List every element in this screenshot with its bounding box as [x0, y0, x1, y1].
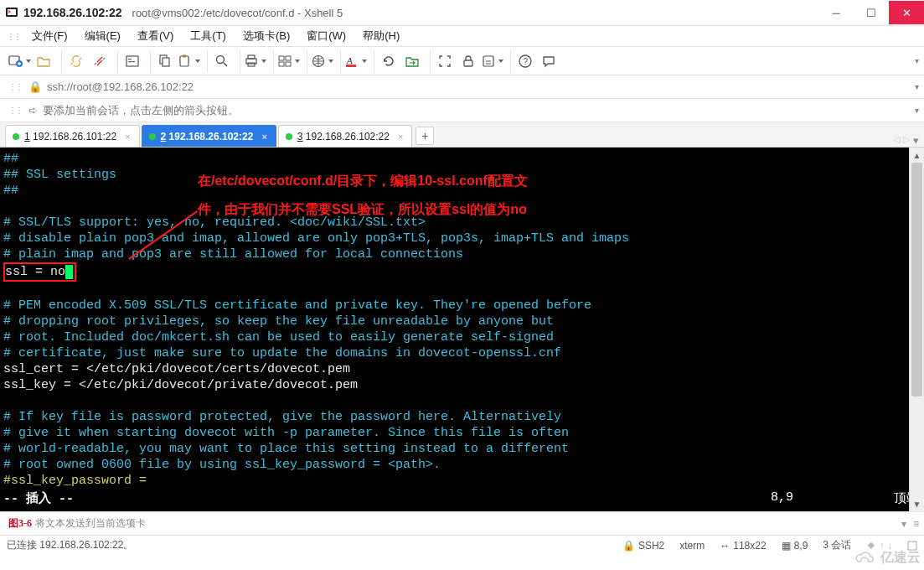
session-nav[interactable]: ⯁ ↑ ↓ [866, 540, 892, 552]
chevron-down-icon [295, 60, 300, 63]
scroll-down-icon[interactable]: ▼ [910, 496, 924, 511]
address-overflow-icon[interactable]: ▾ [915, 82, 919, 91]
size-seg: ↔ 118x22 [720, 540, 766, 552]
scroll-track[interactable] [910, 163, 924, 496]
open-session-button[interactable] [33, 50, 54, 72]
send-menu-icon[interactable]: ≡ [913, 518, 919, 530]
app-icon [5, 6, 18, 19]
editor-cursor: 8,9 [771, 490, 793, 506]
font-color-button[interactable]: A [344, 50, 367, 72]
grip-icon: ⋮⋮ [8, 106, 22, 115]
encoding-button[interactable] [311, 50, 333, 72]
rowcol-seg: ▦ 8,9 [782, 540, 808, 552]
paste-button[interactable] [178, 50, 200, 72]
address-bar: ⋮⋮ 🔒 ssh://root@192.168.26.102:22 ▾ [0, 75, 924, 99]
help-button[interactable]: ? [514, 50, 536, 72]
scroll-up-icon[interactable]: ▲ [910, 148, 924, 163]
resize-icon: ↔ [720, 540, 730, 552]
annotation-line-2: 件，由于我们并不需要SSL验证，所以设置ssl的值为no [198, 200, 528, 220]
close-button[interactable]: ✕ [889, 1, 924, 24]
editor-mode: -- 插入 -- [3, 490, 74, 506]
tab-bar: 1 192.168.26.101:22 × 2 192.168.26.102:2… [0, 122, 924, 148]
chevron-down-icon [26, 60, 31, 63]
script-button[interactable] [481, 50, 503, 72]
send-dropdown-icon[interactable]: ▾ [901, 518, 906, 530]
tab-label: 192.168.26.102:22 [169, 131, 254, 142]
svg-rect-17 [279, 62, 284, 66]
disconnect-button[interactable] [89, 50, 111, 72]
svg-rect-18 [286, 62, 291, 66]
tab-list-dropdown-icon[interactable]: ▾ [913, 134, 919, 147]
chevron-down-icon [498, 60, 503, 63]
svg-rect-6 [128, 61, 135, 62]
svg-rect-14 [248, 63, 255, 66]
svg-rect-26 [908, 542, 916, 550]
figure-label: 图3-6 [8, 516, 32, 531]
chevron-down-icon [362, 60, 367, 63]
proto-label: SSH2 [638, 540, 664, 552]
new-tab-button[interactable]: + [416, 127, 434, 145]
term-type: xterm [679, 540, 705, 552]
vertical-scrollbar[interactable]: ▲ ▼ [909, 148, 924, 511]
menu-window[interactable]: 窗口(W) [298, 28, 354, 44]
lock-button[interactable] [457, 50, 479, 72]
svg-rect-8 [163, 58, 169, 66]
menu-edit[interactable]: 编辑(E) [76, 28, 129, 44]
scroll-thumb[interactable] [911, 163, 922, 396]
xftp-button[interactable] [401, 50, 423, 72]
minimize-button[interactable]: ─ [818, 1, 854, 24]
hint-bar: ⋮⋮ ➪ 要添加当前会话，点击左侧的箭头按钮。 ▾ [0, 99, 924, 122]
refresh-button[interactable] [378, 50, 400, 72]
close-tab-icon[interactable]: × [125, 132, 130, 142]
svg-rect-9 [180, 56, 188, 66]
toolbar: A ? ▾ [0, 47, 924, 75]
session-url[interactable]: ssh://root@192.168.26.102:22 [47, 80, 194, 93]
svg-rect-22 [464, 60, 472, 66]
lock-icon: 🔒 [622, 540, 635, 552]
hint-overflow-icon[interactable]: ▾ [915, 106, 919, 115]
send-text-placeholder[interactable]: 将文本发送到当前选项卡 [35, 516, 146, 531]
new-session-button[interactable] [8, 50, 31, 72]
close-tab-icon[interactable]: × [261, 132, 266, 142]
properties-button[interactable] [121, 50, 143, 72]
reconnect-button[interactable] [65, 50, 87, 72]
menu-tabs[interactable]: 选项卡(B) [235, 28, 298, 44]
title-bar: 192.168.26.102:22 root@vms002:/etc/dovec… [0, 0, 924, 25]
term-size: 118x22 [733, 540, 766, 552]
menu-help[interactable]: 帮助(H) [354, 28, 408, 44]
lock-icon: 🔒 [28, 80, 42, 93]
sessions-count: 3 会话 [823, 538, 851, 552]
svg-rect-21 [346, 65, 356, 67]
copy-button[interactable] [154, 50, 176, 72]
menu-tool[interactable]: 工具(T) [182, 28, 235, 44]
status-dot-icon [13, 133, 19, 140]
chevron-down-icon [328, 60, 333, 63]
send-text-bar: 图3-6 将文本发送到当前选项卡 ▾ ≡ [0, 511, 924, 535]
menu-grip-icon: ⋮⋮ [7, 32, 20, 41]
svg-rect-16 [286, 56, 291, 60]
editor-status-row: -- 插入 -- 8,9 顶端 [3, 490, 919, 506]
toolbar-overflow-icon[interactable]: ▾ [915, 56, 919, 65]
chat-button[interactable] [538, 50, 560, 72]
chevron-down-icon [261, 60, 266, 63]
annotation-text: 在/etc/dovecot/conf.d/目录下，编辑10-ssl.conf配置… [198, 171, 528, 220]
tab-scroll-left-icon[interactable]: ◁ [893, 134, 900, 147]
menu-file[interactable]: 文件(F) [23, 28, 76, 44]
svg-text:A: A [346, 55, 353, 65]
session-tab-3[interactable]: 3 192.168.26.102:22 × [278, 125, 413, 147]
term-rowcol: 8,9 [794, 540, 808, 552]
menu-view[interactable]: 查看(V) [129, 28, 182, 44]
find-button[interactable] [211, 50, 233, 72]
window-title-path: root@vms002:/etc/dovecot/conf.d - Xshell… [132, 7, 343, 19]
session-tab-2[interactable]: 2 192.168.26.102:22 × [142, 125, 276, 147]
print-button[interactable] [244, 50, 266, 72]
arrow-icon[interactable]: ➪ [28, 104, 38, 117]
fullscreen-button[interactable] [434, 50, 456, 72]
window-title-ip: 192.168.26.102:22 [23, 6, 122, 19]
close-tab-icon[interactable]: × [398, 132, 403, 142]
session-tab-1[interactable]: 1 192.168.26.101:22 × [5, 125, 140, 147]
layout-button[interactable] [277, 50, 300, 72]
maximize-button[interactable]: ☐ [854, 1, 889, 24]
annotation-line-1: 在/etc/dovecot/conf.d/目录下，编辑10-ssl.conf配置… [198, 171, 528, 191]
tab-scroll-right-icon[interactable]: ▷ [903, 134, 910, 147]
